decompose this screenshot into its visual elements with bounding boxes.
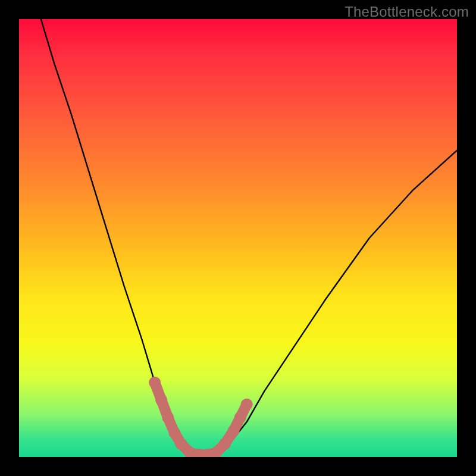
highlight-marker	[241, 399, 253, 411]
highlight-marker	[234, 412, 246, 424]
highlight-marker	[149, 377, 161, 389]
highlight-marker	[162, 412, 174, 424]
highlight-marker	[175, 438, 187, 450]
highlight-marker	[155, 394, 167, 406]
highlight-marker	[228, 425, 240, 437]
highlight-markers	[149, 377, 253, 457]
highlight-marker	[219, 438, 231, 450]
bottleneck-curve	[41, 19, 457, 457]
highlight-marker	[168, 427, 180, 439]
plot-area	[19, 19, 457, 457]
curve-svg	[19, 19, 457, 457]
chart-frame: TheBottleneck.com	[0, 0, 476, 476]
watermark-text: TheBottleneck.com	[345, 4, 469, 20]
